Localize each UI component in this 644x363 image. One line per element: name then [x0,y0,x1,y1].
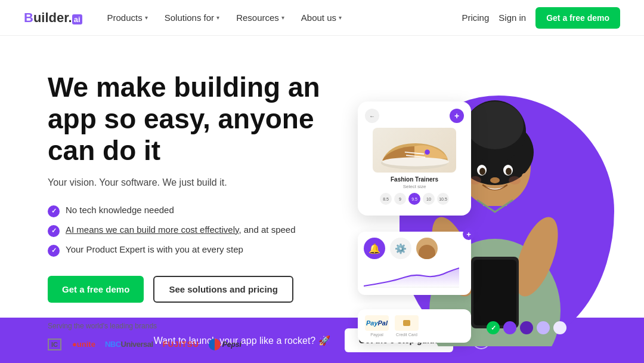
size-btn-1[interactable]: 8.5 [380,193,392,205]
hero-solutions-button[interactable]: See solutions and pricing [153,276,293,303]
credit-card-option[interactable]: Credit Card [395,315,419,337]
credit-card-label: Credit Card [396,333,417,337]
payment-card: PayPal Paypal Credit Card [358,309,471,343]
app-product-card: ← + Fash [358,101,471,216]
feature-1: No tech knowledge needed [48,205,358,217]
add-button[interactable]: + [450,109,464,123]
brand-ic: IC [48,336,63,353]
svg-point-12 [479,168,485,175]
logo[interactable]: Builder.ai [24,10,82,26]
svg-point-23 [425,149,430,155]
nav-resources[interactable]: Resources ▾ [229,9,292,26]
check-icon [48,205,60,217]
logo-text: Builder.ai [24,10,82,26]
size-btn-3[interactable]: 9.5 [408,193,420,205]
hero-buttons: Get a free demo See solutions and pricin… [48,276,358,303]
settings-icon[interactable]: ⚙️ [390,238,411,259]
dot-active [503,321,516,334]
hero-demo-button[interactable]: Get a free demo [48,276,144,303]
paypal-option[interactable]: PayPal Paypal [365,315,389,337]
brand-unite: ●unite [72,336,95,353]
dot-4 [553,321,566,334]
chevron-down-icon: ▾ [339,14,342,21]
product-subtitle: Select size [365,184,464,189]
product-name: Fashion Trainers [365,176,464,183]
brand-pepsi: Pepsi [209,336,242,353]
chevron-down-icon: ▾ [216,14,219,21]
nav-about[interactable]: About us ▾ [294,9,349,26]
feature-3: Your Product Expert is with you at every… [48,244,358,257]
dot-checked: ✓ [487,321,500,334]
hero-section: We make building an app so easy, anyone … [0,36,644,363]
brand-fujitsu: FUJITSU [163,336,199,353]
progress-dots: ✓ [487,321,566,334]
ai-link[interactable]: AI means we can build more cost effectiv… [66,224,239,235]
app-icons-card: + 🔔 ⚙️ [358,232,471,295]
hero-subtitle: Your vision. Your software. We just buil… [48,177,358,188]
brands-logos: IC ●unite NBCUniversal FUJITSU Pepsi [48,336,358,353]
size-btn-2[interactable]: 9 [394,193,406,205]
hero-left: We make building an app so easy, anyone … [48,72,358,353]
user-avatar[interactable] [416,238,438,259]
hero-title: We make building an app so easy, anyone … [48,72,358,167]
svg-point-16 [509,176,521,184]
check-icon [48,225,60,237]
size-btn-5[interactable]: 10.5 [437,193,449,205]
nav-pricing-link[interactable]: Pricing [462,13,489,23]
svg-rect-4 [473,260,516,325]
svg-point-9 [466,101,524,149]
shoe-image [373,128,456,173]
nav-solutions[interactable]: Solutions for ▾ [157,9,227,26]
nav-links: Products ▾ Solutions for ▾ Resources ▾ A… [100,9,462,26]
chevron-down-icon: ▾ [281,14,284,21]
nav-demo-button[interactable]: Get a free demo [535,7,620,29]
nav-products[interactable]: Products ▾ [100,9,155,26]
svg-point-15 [469,176,481,184]
brand-nbcuniversal: NBCUniversal [105,336,153,353]
svg-point-14 [490,177,500,183]
chevron-down-icon: ▾ [145,14,148,21]
nav-right: Pricing Sign in Get a free demo [462,7,620,29]
svg-point-20 [382,157,449,166]
feature-2: AI means we can build more cost effectiv… [48,224,358,237]
size-row: 8.5 9 9.5 10 10.5 [365,193,464,205]
back-button[interactable]: ← [365,109,379,123]
hero-features: No tech knowledge needed AI means we can… [48,205,358,257]
svg-point-13 [506,168,512,175]
size-btn-4[interactable]: 10 [423,193,435,205]
brands-label: Serving the world's leading brands [48,322,358,330]
nav-signin-link[interactable]: Sign in [499,13,526,23]
dot-2 [520,321,533,334]
dot-3 [537,321,550,334]
icons-row: 🔔 ⚙️ [364,238,465,259]
svg-point-18 [522,173,528,179]
app-card-header: ← + [365,109,464,123]
navbar: Builder.ai Products ▾ Solutions for ▾ Re… [0,0,644,36]
mini-chart [364,265,465,288]
paypal-label: Paypal [370,333,383,337]
hero-right: ← + Fash [358,84,596,340]
check-icon [48,245,60,257]
brands-section: Serving the world's leading brands IC ●u… [48,322,358,353]
notification-icon[interactable]: 🔔 [364,238,385,259]
